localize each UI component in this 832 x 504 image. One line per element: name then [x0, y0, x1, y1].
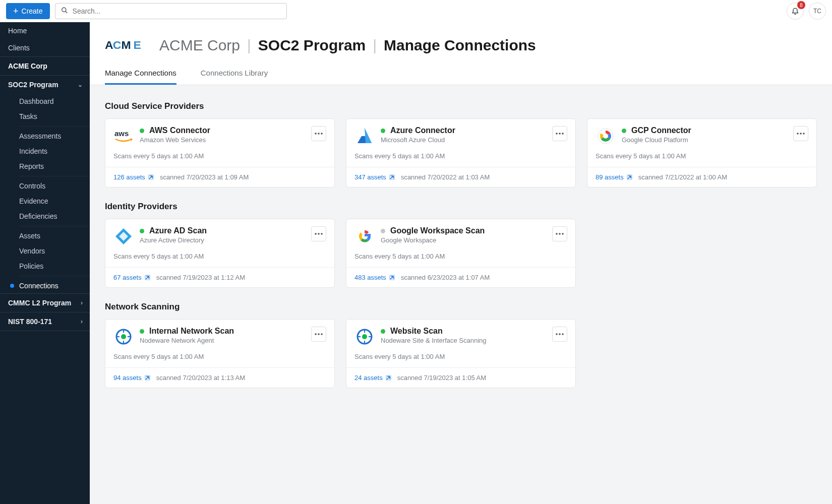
sidebar-sub-assessments[interactable]: Assessments	[0, 129, 90, 144]
svg-point-0	[62, 8, 66, 12]
assets-link[interactable]: 347 assets	[354, 173, 395, 181]
sidebar-program-soc2[interactable]: SOC2 Program ⌄	[0, 76, 90, 94]
user-avatar[interactable]: TC	[809, 3, 826, 20]
sidebar-sub-vendors[interactable]: Vendors	[0, 243, 90, 259]
card-more-button[interactable]	[552, 126, 567, 141]
card-more-button[interactable]	[552, 327, 567, 342]
schedule-text: Scans every 5 days at 1:00 AM	[113, 152, 326, 160]
chevron-down-icon: ⌄	[78, 81, 83, 88]
dots-icon	[313, 228, 325, 240]
assets-link[interactable]: 126 assets	[113, 173, 154, 181]
assets-link[interactable]: 67 assets	[113, 274, 150, 281]
sidebar-item-clients[interactable]: Clients	[0, 39, 90, 56]
schedule-text: Scans every 5 days at 1:00 AM	[113, 253, 326, 260]
status-dot-icon	[140, 129, 144, 133]
breadcrumb-sep: |	[373, 37, 377, 54]
sidebar-org[interactable]: ACME Corp	[0, 57, 90, 75]
scanned-text: scanned 7/20/2023 at 1:09 AM	[160, 173, 249, 181]
assets-link[interactable]: 89 assets	[596, 173, 632, 181]
breadcrumb-program[interactable]: SOC2 Program	[258, 37, 366, 54]
main: ACME ACME Corp | SOC2 Program | Manage C…	[90, 22, 832, 504]
search-icon	[61, 7, 68, 16]
azure-icon	[354, 126, 375, 146]
scanned-text: scanned 6/23/2023 at 1:07 AM	[401, 274, 490, 281]
dots-icon	[313, 128, 325, 140]
status-dot-icon	[381, 129, 385, 133]
connection-card: Azure AD Scan Azure Active Directory Sca…	[105, 219, 335, 288]
sidebar-sub-assets[interactable]: Assets	[0, 228, 90, 243]
chevron-right-icon: ›	[81, 299, 83, 306]
sidebar-sub-controls[interactable]: Controls	[0, 178, 90, 194]
sidebar-program-nist[interactable]: NIST 800-171 ›	[0, 312, 90, 331]
schedule-text: Scans every 5 days at 1:00 AM	[596, 152, 808, 160]
card-more-button[interactable]	[311, 126, 326, 141]
scanned-text: scanned 7/19/2023 at 1:12 AM	[156, 274, 245, 281]
page-header: ACME ACME Corp | SOC2 Program | Manage C…	[90, 22, 832, 85]
connection-card: AWS Connector Amazon Web Services Scans …	[105, 118, 335, 187]
breadcrumb-sep: |	[247, 37, 251, 54]
aws-icon	[113, 126, 134, 146]
connection-title: Internal Network Scan	[149, 327, 234, 336]
nodeware-icon	[113, 327, 134, 347]
sidebar-program-cmmc[interactable]: CMMC L2 Program ›	[0, 294, 90, 312]
status-dot-icon	[140, 329, 144, 334]
connection-title: Azure AD Scan	[149, 226, 207, 235]
tab-connections-library[interactable]: Connections Library	[201, 69, 268, 85]
dots-icon	[554, 128, 566, 140]
svg-text:E: E	[133, 38, 141, 51]
connection-title: GCP Connector	[631, 126, 691, 135]
external-link-icon	[145, 375, 150, 381]
section-title: Identity Providers	[105, 202, 817, 212]
sidebar-sub-tasks[interactable]: Tasks	[0, 109, 90, 124]
card-more-button[interactable]	[552, 226, 567, 241]
org-logo: ACME	[105, 35, 152, 55]
dots-icon	[554, 228, 566, 240]
card-more-button[interactable]	[793, 126, 808, 141]
create-label: Create	[22, 7, 43, 15]
status-dot-icon	[381, 229, 385, 233]
external-link-icon	[389, 275, 395, 280]
status-dot-icon	[140, 229, 144, 233]
assets-link[interactable]: 24 assets	[354, 374, 391, 382]
connection-subtitle: Microsoft Azure Cloud	[381, 136, 567, 144]
svg-text:A: A	[105, 38, 113, 51]
connection-subtitle: Google Cloud Platform	[622, 136, 808, 144]
sidebar-sub-incidents[interactable]: Incidents	[0, 144, 90, 159]
sidebar-sub-reports[interactable]: Reports	[0, 159, 90, 174]
breadcrumb-org[interactable]: ACME Corp	[159, 37, 240, 54]
tab-manage-connections[interactable]: Manage Connections	[105, 69, 176, 85]
sidebar-sub-evidence[interactable]: Evidence	[0, 194, 90, 209]
assets-link[interactable]: 483 assets	[354, 274, 395, 281]
scanned-text: scanned 7/19/2023 at 1:05 AM	[397, 374, 486, 382]
avatar-initials: TC	[813, 8, 821, 15]
sidebar-item-home[interactable]: Home	[0, 22, 90, 39]
breadcrumb: ACME Corp | SOC2 Program | Manage Connec…	[159, 37, 536, 54]
google-icon	[354, 226, 375, 246]
connection-card: Azure Connector Microsoft Azure Cloud Sc…	[346, 118, 576, 187]
card-more-button[interactable]	[311, 327, 326, 342]
external-link-icon	[145, 275, 150, 280]
active-indicator-icon	[10, 284, 14, 288]
connection-title: Website Scan	[390, 327, 443, 336]
chevron-right-icon: ›	[81, 318, 83, 325]
tabs: Manage Connections Connections Library	[105, 69, 817, 85]
assets-link[interactable]: 94 assets	[113, 374, 150, 382]
external-link-icon	[148, 174, 154, 180]
card-more-button[interactable]	[311, 226, 326, 241]
gcp-icon	[596, 126, 616, 146]
notifications-button[interactable]: 8	[787, 3, 804, 20]
search-input[interactable]	[55, 3, 287, 19]
section-title: Cloud Service Providers	[105, 101, 817, 111]
schedule-text: Scans every 5 days at 1:00 AM	[354, 353, 567, 360]
sidebar-sub-policies[interactable]: Policies	[0, 259, 90, 274]
connection-grid: AWS Connector Amazon Web Services Scans …	[105, 118, 817, 187]
connection-grid: Azure AD Scan Azure Active Directory Sca…	[105, 219, 817, 288]
create-button[interactable]: + Create	[6, 3, 50, 19]
connection-title: Azure Connector	[390, 126, 455, 135]
sidebar-sub-dashboard[interactable]: Dashboard	[0, 94, 90, 109]
sidebar-sub-connections[interactable]: Connections	[0, 278, 90, 293]
section-title: Network Scanning	[105, 302, 817, 312]
plus-icon: +	[13, 7, 19, 16]
topbar: + Create 8 TC	[0, 0, 832, 22]
sidebar-sub-deficiencies[interactable]: Deficiencies	[0, 209, 90, 224]
